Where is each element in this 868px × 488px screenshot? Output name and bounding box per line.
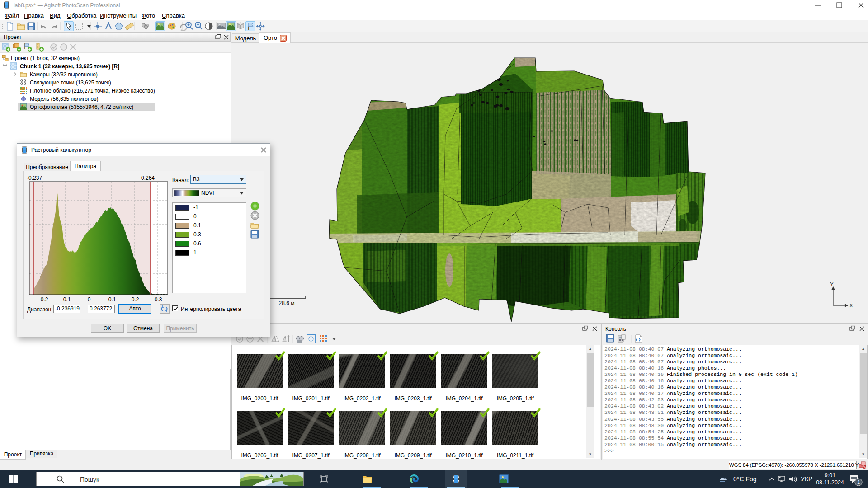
svg-text:1: 1 bbox=[857, 479, 860, 485]
svg-text:Y: Y bbox=[830, 282, 834, 287]
svg-text:28.6 м: 28.6 м bbox=[279, 300, 295, 306]
svg-text:X: X bbox=[849, 303, 853, 308]
svg-text:-0.2: -0.2 bbox=[39, 296, 48, 303]
svg-text:-0.237: -0.237 bbox=[27, 175, 42, 181]
svg-text:0.3: 0.3 bbox=[155, 296, 162, 303]
svg-text:0.2: 0.2 bbox=[132, 296, 139, 303]
svg-text:0.264: 0.264 bbox=[141, 175, 155, 181]
svg-text:0.1: 0.1 bbox=[108, 296, 116, 303]
svg-text:0: 0 bbox=[88, 296, 91, 303]
svg-text:-0.1: -0.1 bbox=[61, 296, 71, 303]
